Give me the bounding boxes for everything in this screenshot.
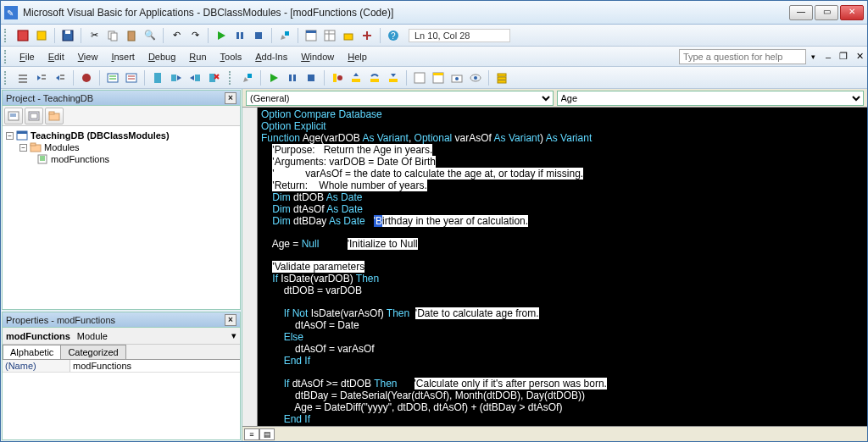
menu-view[interactable]: View	[71, 49, 105, 64]
code-editor[interactable]: Option Compare Database Option Explicit …	[242, 108, 867, 426]
properties-grid[interactable]: (Name) modFunctions	[3, 360, 240, 439]
prev-bookmark-button[interactable]	[186, 69, 203, 86]
reset-button2[interactable]	[303, 69, 320, 86]
dropdown-icon[interactable]: ▾	[228, 330, 240, 341]
property-value[interactable]: modFunctions	[70, 360, 240, 372]
indent-button[interactable]	[33, 69, 50, 86]
tree-module-item[interactable]: modFunctions	[4, 153, 238, 165]
properties-header[interactable]: Properties - modFunctions ×	[3, 312, 240, 328]
cursor-position: Ln 10, Col 28	[409, 29, 510, 42]
quick-watch-button[interactable]	[467, 69, 484, 86]
toolbar2-grip2[interactable]	[229, 71, 234, 85]
close-button[interactable]: ✕	[840, 5, 864, 20]
paste-button[interactable]	[123, 27, 140, 44]
toggle-bookmark-button[interactable]	[149, 69, 166, 86]
tab-alphabetic[interactable]: Alphabetic	[3, 345, 61, 359]
object-browser-button[interactable]	[340, 27, 357, 44]
menu-insert[interactable]: Insert	[104, 49, 142, 64]
maximize-button[interactable]: ▭	[815, 5, 838, 20]
design-mode-button[interactable]	[276, 27, 293, 44]
collapse-icon[interactable]: −	[6, 132, 14, 140]
svg-rect-78	[49, 112, 54, 114]
view-object-button[interactable]	[25, 108, 43, 124]
toggle-breakpoint-button2[interactable]	[329, 69, 346, 86]
run-button[interactable]	[213, 27, 230, 44]
svg-rect-27	[19, 81, 27, 83]
help-button[interactable]: ?	[385, 27, 402, 44]
tree-modules-folder[interactable]: − Modules	[4, 141, 238, 153]
properties-close-button[interactable]: ×	[225, 314, 236, 326]
insert-module-button[interactable]	[33, 27, 50, 44]
menu-window[interactable]: Window	[294, 49, 341, 64]
code-margin[interactable]	[242, 108, 258, 426]
mdi-close-button[interactable]: ✕	[856, 51, 864, 62]
run-button2[interactable]	[265, 69, 282, 86]
toggle-folders-button[interactable]	[45, 108, 64, 124]
comment-block-button[interactable]	[104, 69, 121, 86]
break-button[interactable]	[231, 27, 248, 44]
project-explorer-button[interactable]	[303, 27, 320, 44]
minimize-button[interactable]: —	[789, 5, 813, 20]
project-explorer-header[interactable]: Project - TeachingDB ×	[3, 91, 240, 106]
outdent-button[interactable]	[52, 69, 69, 86]
menu-file[interactable]: File	[13, 49, 42, 64]
menu-help[interactable]: Help	[341, 49, 374, 64]
immediate-window-button[interactable]	[430, 69, 447, 86]
uncomment-block-button[interactable]	[123, 69, 140, 86]
redo-button[interactable]: ↷	[186, 27, 203, 44]
properties-object-selector[interactable]: modFunctions Module ▾	[3, 328, 240, 345]
copy-button[interactable]	[104, 27, 121, 44]
watch-window-button[interactable]	[448, 69, 465, 86]
code-view-switcher: ≡ ▤	[242, 426, 867, 441]
menu-tools[interactable]: Tools	[214, 49, 249, 64]
object-combo[interactable]: (General)	[246, 91, 554, 106]
break-button2[interactable]	[284, 69, 301, 86]
view-access-button[interactable]	[14, 27, 31, 44]
property-row[interactable]: (Name) modFunctions	[3, 360, 240, 373]
svg-rect-32	[60, 75, 64, 76]
step-out-button[interactable]	[385, 69, 402, 86]
step-into-button[interactable]	[348, 69, 364, 86]
menu-edit[interactable]: Edit	[42, 49, 71, 64]
svg-marker-31	[56, 75, 59, 80]
toggle-breakpoint-button[interactable]	[78, 69, 95, 86]
procedure-combo[interactable]: Age	[557, 91, 865, 106]
call-stack-button[interactable]	[493, 69, 510, 86]
tree-project-root[interactable]: − TeachingDB (DBClassModules)	[4, 130, 238, 141]
toolbar-grip[interactable]	[4, 29, 9, 42]
cut-button[interactable]: ✂	[86, 27, 103, 44]
tab-categorized[interactable]: Categorized	[60, 345, 125, 359]
toolbar2-grip[interactable]	[4, 71, 9, 85]
properties-window-button[interactable]	[321, 27, 338, 44]
locals-window-button[interactable]	[411, 69, 428, 86]
full-module-view-button[interactable]: ▤	[259, 428, 275, 440]
toolbox-button[interactable]	[359, 27, 376, 44]
find-button[interactable]: 🔍	[142, 27, 159, 44]
svg-rect-82	[31, 143, 36, 146]
view-code-button[interactable]	[4, 108, 23, 124]
reset-button[interactable]	[250, 27, 267, 44]
undo-button[interactable]: ↶	[168, 27, 185, 44]
mdi-minimize-button[interactable]: –	[826, 52, 831, 62]
mdi-restore-button[interactable]: ❐	[839, 51, 848, 62]
menu-run[interactable]: Run	[182, 49, 213, 64]
svg-point-68	[474, 76, 477, 80]
list-properties-button[interactable]	[14, 69, 31, 86]
step-over-button[interactable]	[366, 69, 383, 86]
help-dropdown-icon[interactable]: ▾	[811, 52, 815, 61]
svg-marker-51	[270, 74, 278, 82]
project-explorer-close-button[interactable]: ×	[225, 92, 236, 104]
save-button[interactable]	[59, 27, 76, 44]
next-bookmark-button[interactable]	[168, 69, 185, 86]
clear-bookmarks-button[interactable]	[205, 69, 222, 86]
menubar-grip[interactable]	[4, 50, 9, 64]
procedure-view-button[interactable]: ≡	[244, 428, 259, 440]
tree-root-label: TeachingDB (DBClassModules)	[31, 130, 170, 141]
help-search-input[interactable]	[679, 49, 806, 64]
design-mode-button2[interactable]	[239, 69, 256, 86]
titlebar[interactable]: ✎ Microsoft Visual Basic for Application…	[1, 1, 867, 25]
project-tree[interactable]: − TeachingDB (DBClassModules) − Modules …	[3, 126, 240, 309]
collapse-icon[interactable]: −	[19, 144, 27, 152]
menu-debug[interactable]: Debug	[142, 49, 182, 64]
menu-add-ins[interactable]: Add-Ins	[248, 49, 294, 64]
